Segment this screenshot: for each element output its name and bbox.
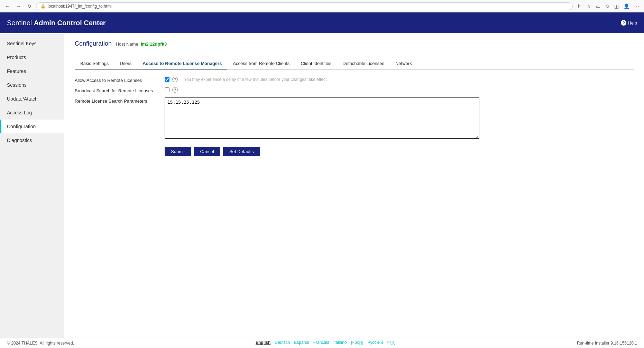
sidebar-label-sessions: Sessions xyxy=(7,82,27,88)
page-header: Configuration Host Name: lm2l12dpfk3 xyxy=(75,40,634,51)
sidebar-item-products[interactable]: Products xyxy=(0,50,64,64)
split-view-button[interactable]: ▭ xyxy=(595,2,602,10)
form-section: Allow Access to Remote Licenses ? You ma… xyxy=(75,77,634,140)
reader-mode-button[interactable]: ｈ xyxy=(576,2,583,10)
search-params-control: 15.15.25.125 xyxy=(165,97,479,140)
help-icon: ? xyxy=(621,20,626,26)
broadcast-search-checkbox[interactable] xyxy=(165,87,169,92)
app-title-bold: Admin Control Center xyxy=(34,19,106,27)
allow-access-row: Allow Access to Remote Licenses ? You ma… xyxy=(75,77,634,83)
footer-copyright: © 2024 THALES. All rights reserved. xyxy=(7,341,74,346)
app-body: Sentinel Keys Products Features Sessions… xyxy=(0,33,644,338)
sidebar-label-diagnostics: Diagnostics xyxy=(7,138,32,143)
sidebar: Sentinel Keys Products Features Sessions… xyxy=(0,33,64,338)
browser-chrome: ← → ↻ 🔒 localhost:1947/_int_/config_to.h… xyxy=(0,0,644,12)
sidebar-item-sentinel-keys[interactable]: Sentinel Keys xyxy=(0,37,64,50)
allow-access-help-icon[interactable]: ? xyxy=(172,77,178,82)
search-params-textarea[interactable]: 15.15.25.125 xyxy=(165,97,479,139)
address-bar[interactable]: 🔒 localhost:1947/_int_/config_to.html xyxy=(36,2,573,10)
lang-deutsch[interactable]: Deutsch xyxy=(275,340,290,346)
app-title-normal: Sentinel xyxy=(7,19,34,27)
sidebar-item-configuration[interactable]: Configuration xyxy=(0,120,64,133)
sidebar-item-sessions[interactable]: Sessions xyxy=(0,78,64,92)
lang-japanese[interactable]: 日本語 xyxy=(351,340,363,346)
set-defaults-button[interactable]: Set Defaults xyxy=(223,147,260,156)
sidebar-item-features[interactable]: Features xyxy=(0,64,64,78)
sidebar-label-features: Features xyxy=(7,68,26,74)
lang-italiano[interactable]: Italiano xyxy=(333,340,347,346)
tab-users[interactable]: Users xyxy=(114,58,137,69)
allow-access-checkbox[interactable] xyxy=(165,77,169,82)
tab-network[interactable]: Network xyxy=(390,58,417,69)
lang-francais[interactable]: Français xyxy=(313,340,329,346)
sidebar-label-update-attach: Update/Attach xyxy=(7,96,38,102)
page-title: Configuration xyxy=(75,40,112,47)
sidebar-item-access-log[interactable]: Access Log xyxy=(0,106,64,120)
tabs: Basic Settings Users Access to Remote Li… xyxy=(75,58,634,70)
tab-access-remote-managers[interactable]: Access to Remote License Managers xyxy=(137,58,227,69)
footer-version: Run-time Installer 9.16.156120.1 xyxy=(577,341,637,346)
allow-access-control: ? You may experience a delay of a few mi… xyxy=(165,77,328,82)
submit-button[interactable]: Submit xyxy=(165,147,191,156)
sidebar-label-access-log: Access Log xyxy=(7,110,32,115)
allow-access-label: Allow Access to Remote Licenses xyxy=(75,77,161,83)
extensions-button[interactable]: ◫ xyxy=(613,2,620,10)
hostname-label: Host Name: xyxy=(116,41,140,47)
menu-button[interactable]: ⋯ xyxy=(633,2,641,10)
refresh-button[interactable]: ↻ xyxy=(26,3,33,10)
broadcast-search-control: ? xyxy=(165,87,178,93)
sidebar-label-configuration: Configuration xyxy=(7,124,36,129)
browser-actions: ｈ ☆ ▭ ✩ ◫ 👤 ⋯ xyxy=(576,2,641,10)
button-row: Submit Cancel Set Defaults xyxy=(165,147,634,156)
cancel-button[interactable]: Cancel xyxy=(194,147,220,156)
lock-icon: 🔒 xyxy=(40,4,46,9)
tab-basic-settings[interactable]: Basic Settings xyxy=(75,58,114,69)
tab-detachable-licenses[interactable]: Detachable Licenses xyxy=(337,58,390,69)
app-title: Sentinel Admin Control Center xyxy=(7,19,106,27)
bookmark-button[interactable]: ☆ xyxy=(585,2,592,10)
tab-client-identities[interactable]: Client Identities xyxy=(295,58,337,69)
app-header: Sentinel Admin Control Center ? Help xyxy=(0,12,644,33)
forward-button[interactable]: → xyxy=(15,3,23,10)
tab-access-remote-clients[interactable]: Access from Remote Clients xyxy=(227,58,295,69)
lang-chinese[interactable]: 中文 xyxy=(387,340,395,346)
sidebar-item-update-attach[interactable]: Update/Attach xyxy=(0,92,64,106)
help-label: Help xyxy=(628,20,637,26)
broadcast-search-row: Broadcast Search for Remote Licenses ? xyxy=(75,87,634,93)
profile-button[interactable]: 👤 xyxy=(622,2,631,10)
lang-english[interactable]: English xyxy=(256,340,270,346)
sidebar-label-sentinel-keys: Sentinel Keys xyxy=(7,41,37,46)
back-button[interactable]: ← xyxy=(3,3,12,10)
hostname-section: Host Name: lm2l12dpfk3 xyxy=(116,41,167,47)
sidebar-label-products: Products xyxy=(7,55,26,60)
sidebar-item-diagnostics[interactable]: Diagnostics xyxy=(0,133,64,147)
lang-russian[interactable]: Русский xyxy=(367,340,383,346)
main-content: Configuration Host Name: lm2l12dpfk3 Bas… xyxy=(64,33,644,338)
broadcast-search-help-icon[interactable]: ? xyxy=(172,87,178,93)
app-footer: © 2024 THALES. All rights reserved. Engl… xyxy=(0,338,644,348)
footer-languages: English Deutsch Español Français Italian… xyxy=(256,340,395,346)
search-params-row: Remote License Search Parameters 15.15.2… xyxy=(75,97,634,140)
search-params-label: Remote License Search Parameters xyxy=(75,97,161,104)
broadcast-search-label: Broadcast Search for Remote Licenses xyxy=(75,87,161,93)
favorites-button[interactable]: ✩ xyxy=(604,2,611,10)
hostname-value: lm2l12dpfk3 xyxy=(141,41,167,47)
help-link[interactable]: ? Help xyxy=(621,20,637,26)
url-text: localhost:1947/_int_/config_to.html xyxy=(48,4,112,9)
allow-access-note: You may experience a delay of a few minu… xyxy=(184,77,328,82)
lang-espanol[interactable]: Español xyxy=(294,340,309,346)
